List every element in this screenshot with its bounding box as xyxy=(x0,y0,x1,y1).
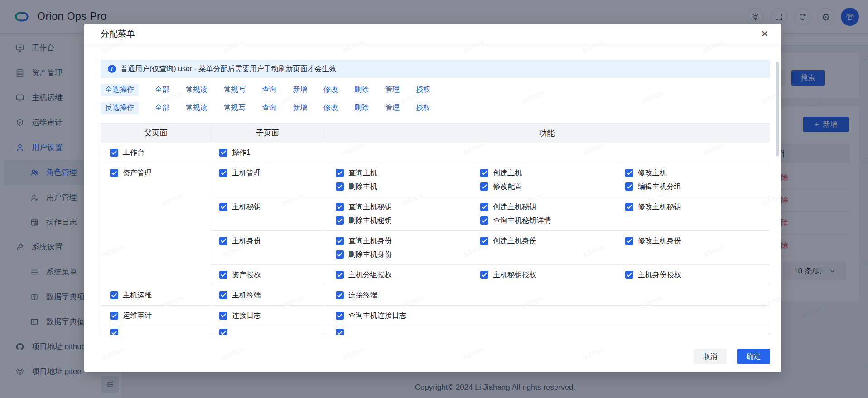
filter-link-2-9[interactable]: 授权 xyxy=(416,103,430,113)
checkbox[interactable] xyxy=(480,203,488,211)
checkbox[interactable] xyxy=(336,291,344,299)
filter-link-2-4[interactable]: 查询 xyxy=(262,103,276,113)
checkbox[interactable] xyxy=(336,250,344,259)
filter-link-2-8[interactable]: 管理 xyxy=(385,103,400,113)
checkbox-item: 查询主机秘钥 xyxy=(336,200,480,214)
checkbox-label: 创建主机秘钥 xyxy=(493,202,536,212)
checkbox-label: 主机身份授权 xyxy=(638,270,681,280)
functions-cell: 查询主机创建主机修改主机删除主机修改配置编辑主机分组 xyxy=(324,163,770,197)
filter-link-1-8[interactable]: 管理 xyxy=(385,85,400,95)
checkbox-item: 连接终端 xyxy=(336,288,480,302)
table-row: 主机身份查询主机身份创建主机身份修改主机身份删除主机身份 xyxy=(211,230,770,264)
checkbox[interactable] xyxy=(336,182,344,191)
select-all-operations-chip[interactable]: 全选操作 xyxy=(101,84,139,96)
checkbox[interactable] xyxy=(219,291,227,299)
checkbox-item: 主机终端 xyxy=(219,288,324,302)
checkbox[interactable] xyxy=(110,291,118,299)
checkbox-item: 查询主机连接日志 xyxy=(336,309,480,322)
checkbox-item: 资产管理 xyxy=(110,166,211,180)
functions-cell: 连接终端 xyxy=(324,285,770,305)
checkbox-label: 删除主机秘钥 xyxy=(348,216,392,225)
checkbox[interactable] xyxy=(336,237,344,245)
watermark-text: admin xyxy=(341,345,366,362)
functions-cell: 主机分组授权主机秘钥授权主机身份授权 xyxy=(324,265,770,285)
filter-link-1-5[interactable]: 新增 xyxy=(293,85,307,95)
checkbox-label: 工作台 xyxy=(123,148,145,158)
checkbox-label: 主机秘钥授权 xyxy=(493,270,536,280)
checkbox[interactable] xyxy=(336,216,344,225)
checkbox-label: 删除主机身份 xyxy=(348,250,392,259)
permission-table-header: 父页面 子页面 功能 xyxy=(101,124,770,143)
checkbox-item: 主机分组授权 xyxy=(336,268,480,282)
sub-rows: 操作1 xyxy=(211,143,770,163)
checkbox[interactable] xyxy=(336,203,344,211)
checkbox[interactable] xyxy=(336,169,344,177)
modal-title: 分配菜单 xyxy=(101,28,135,40)
checkbox-label: 修改主机 xyxy=(638,168,667,178)
checkbox[interactable] xyxy=(219,149,227,157)
checkbox[interactable] xyxy=(480,237,488,245)
watermark-text: admin xyxy=(101,345,126,362)
checkbox[interactable] xyxy=(625,182,633,191)
checkbox[interactable] xyxy=(480,271,488,279)
checkbox[interactable] xyxy=(480,216,488,225)
checkbox[interactable] xyxy=(336,271,344,279)
filter-link-2-6[interactable]: 修改 xyxy=(323,103,338,113)
checkbox[interactable] xyxy=(336,312,344,320)
checkbox-item: 编辑主机分组 xyxy=(625,180,770,193)
checkbox-label: 主机身份 xyxy=(232,236,261,246)
sub-page-cell: 操作1 xyxy=(211,143,324,163)
checkbox[interactable] xyxy=(219,312,227,320)
table-row: 操作1 xyxy=(211,143,770,163)
filter-link-2-3[interactable]: 常规写 xyxy=(224,103,246,113)
checkbox-item: 工作台 xyxy=(110,146,211,159)
checkbox-label: 修改配置 xyxy=(493,182,522,192)
invert-operations-chip[interactable]: 反选操作 xyxy=(101,102,139,114)
checkbox[interactable] xyxy=(219,271,227,279)
watermark-text: admin xyxy=(221,345,246,362)
checkbox-item: 主机管理 xyxy=(219,166,324,180)
filter-link-1-9[interactable]: 授权 xyxy=(416,85,430,95)
checkbox[interactable] xyxy=(110,312,118,320)
checkbox[interactable] xyxy=(336,329,344,335)
filter-link-1-7[interactable]: 删除 xyxy=(354,85,369,95)
confirm-button[interactable]: 确定 xyxy=(737,349,770,364)
filter-link-1-4[interactable]: 查询 xyxy=(262,85,276,95)
checkbox[interactable] xyxy=(480,182,488,191)
select-all-row: 全选操作全部常规读常规写查询新增修改删除管理授权 xyxy=(101,83,770,96)
filter-link-2-5[interactable]: 新增 xyxy=(293,103,307,113)
filter-link-2-2[interactable]: 常规读 xyxy=(186,103,207,113)
checkbox[interactable] xyxy=(219,329,227,335)
checkbox-label: 主机秘钥 xyxy=(232,202,261,212)
close-icon[interactable]: ✕ xyxy=(759,28,771,40)
checkbox[interactable] xyxy=(625,271,633,279)
checkbox[interactable] xyxy=(110,169,118,177)
filter-link-1-2[interactable]: 常规读 xyxy=(186,85,207,95)
checkbox[interactable] xyxy=(110,329,118,335)
checkbox[interactable] xyxy=(625,169,633,177)
filter-link-1-3[interactable]: 常规写 xyxy=(224,85,246,95)
checkbox[interactable] xyxy=(480,169,488,177)
sub-page-cell: 主机终端 xyxy=(211,285,324,305)
checkbox[interactable] xyxy=(625,237,633,245)
checkbox[interactable] xyxy=(219,169,227,177)
table-row-group: 资产管理主机管理查询主机创建主机修改主机删除主机修改配置编辑主机分组主机秘钥查询… xyxy=(101,163,770,285)
checkbox-item: 修改主机 xyxy=(625,166,770,180)
filter-link-1-1[interactable]: 全部 xyxy=(155,85,169,95)
parent-page-cell: 资产管理 xyxy=(101,163,211,285)
checkbox[interactable] xyxy=(219,237,227,245)
cancel-button[interactable]: 取消 xyxy=(694,349,727,364)
filter-link-1-6[interactable]: 修改 xyxy=(323,85,338,95)
info-alert-text: 普通用户(仅查询) user - 菜单分配后需要用户手动刷新页面才会生效 xyxy=(121,64,336,74)
scrollbar-thumb[interactable] xyxy=(776,62,779,156)
checkbox-label: 修改主机秘钥 xyxy=(638,202,681,212)
filter-link-2-1[interactable]: 全部 xyxy=(155,103,169,113)
checkbox[interactable] xyxy=(625,203,633,211)
checkbox[interactable] xyxy=(110,149,118,157)
checkbox[interactable] xyxy=(219,203,227,211)
clipped-table-row xyxy=(101,326,770,335)
table-row: 主机秘钥查询主机秘钥创建主机秘钥修改主机秘钥删除主机秘钥查询主机秘钥详情 xyxy=(211,197,770,230)
checkbox-label: 操作1 xyxy=(232,148,251,158)
filter-link-2-7[interactable]: 删除 xyxy=(354,103,369,113)
checkbox-label: 主机管理 xyxy=(232,168,261,178)
